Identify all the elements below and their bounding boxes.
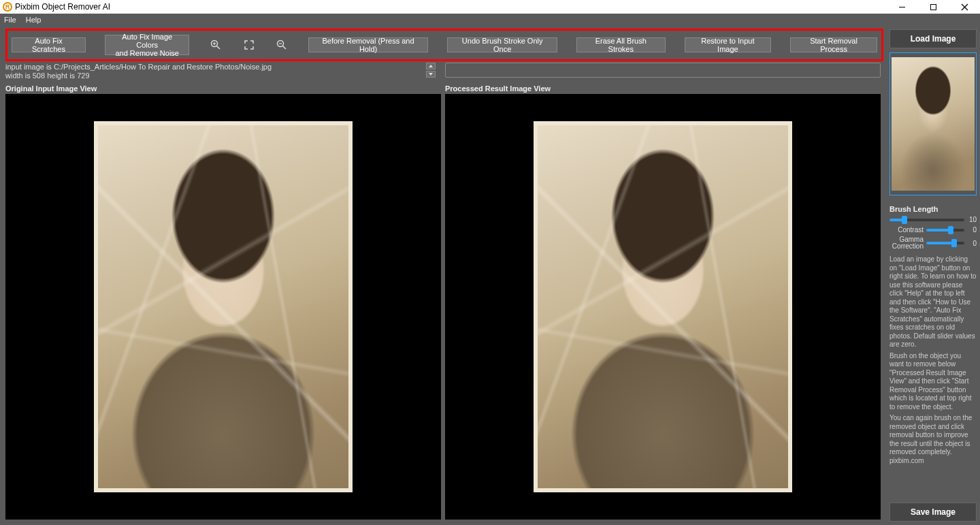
- expand-icon[interactable]: [242, 37, 256, 52]
- spinner[interactable]: [426, 63, 436, 78]
- before-removal-button[interactable]: Before Removal (Press and Hold): [308, 37, 429, 52]
- minimize-button[interactable]: [886, 0, 917, 14]
- zoom-in-icon[interactable]: [208, 37, 223, 52]
- thumbnail-image: [892, 57, 975, 191]
- help-text-1: Load an image by clicking on "Load Image…: [889, 255, 977, 349]
- svg-line-5: [216, 46, 220, 50]
- toolbar: Auto Fix Scratches Auto Fix Image Colors…: [5, 29, 883, 61]
- brush-length-label: Brush Length: [889, 205, 977, 213]
- load-image-button[interactable]: Load Image: [889, 29, 977, 48]
- gamma-slider[interactable]: [926, 242, 964, 244]
- app-logo-icon: R: [3, 2, 12, 12]
- brush-length-value: 10: [967, 216, 977, 223]
- menu-file[interactable]: File: [4, 16, 16, 24]
- help-text-3: You can again brush on the removed objec…: [889, 414, 977, 465]
- processed-image-view[interactable]: [445, 94, 881, 520]
- input-path-text: input image is C:/Projects_Articles/How …: [5, 63, 430, 71]
- svg-marker-11: [429, 65, 433, 67]
- svg-rect-1: [930, 4, 936, 10]
- spinner-down-icon[interactable]: [426, 71, 436, 78]
- original-photo: [94, 121, 353, 492]
- brush-length-slider[interactable]: [889, 219, 964, 221]
- contrast-label: Contrast: [889, 227, 924, 234]
- menu-help[interactable]: Help: [26, 16, 42, 24]
- status-box: [445, 63, 881, 78]
- close-button[interactable]: [949, 0, 980, 14]
- auto-fix-colors-button[interactable]: Auto Fix Image Colors and Remove Noise: [105, 35, 189, 55]
- restore-to-input-button[interactable]: Restore to Input Image: [685, 37, 771, 52]
- auto-fix-scratches-button[interactable]: Auto Fix Scratches: [12, 37, 86, 52]
- erase-all-brush-strokes-button[interactable]: Erase All Brush Strokes: [576, 37, 666, 52]
- save-image-button[interactable]: Save Image: [889, 503, 977, 522]
- zoom-out-icon[interactable]: [275, 37, 289, 52]
- spinner-up-icon[interactable]: [426, 63, 436, 69]
- svg-line-9: [283, 46, 287, 50]
- original-image-view[interactable]: [5, 94, 441, 520]
- gamma-label: Gamma Correction: [889, 236, 924, 250]
- gamma-value: 0: [967, 240, 977, 247]
- help-text-2: Brush on the object you want to remove b…: [889, 352, 977, 412]
- contrast-value: 0: [967, 226, 977, 234]
- menu-bar: File Help: [0, 14, 980, 26]
- undo-brush-stroke-button[interactable]: Undo Brush Stroke Only Once: [447, 37, 557, 52]
- contrast-slider[interactable]: [926, 229, 964, 232]
- maximize-button[interactable]: [917, 0, 949, 14]
- title-bar: R Pixbim Object Remover AI: [0, 0, 980, 14]
- start-removal-process-button[interactable]: Start Removal Process: [790, 37, 877, 52]
- processed-photo: [534, 121, 792, 492]
- original-view-label: Original Input Image View: [5, 84, 445, 93]
- input-dims-text: width is 508 height is 729: [5, 71, 430, 80]
- window-title: Pixbim Object Remover AI: [15, 2, 110, 12]
- thumbnail-panel[interactable]: [889, 52, 977, 195]
- svg-marker-12: [429, 73, 433, 76]
- processed-view-label: Processed Result Image View: [445, 84, 551, 93]
